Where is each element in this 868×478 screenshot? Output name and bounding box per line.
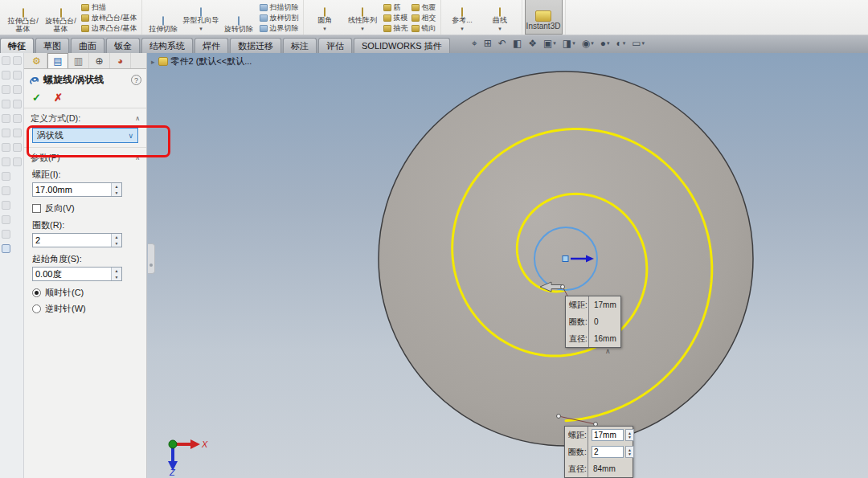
origin-marker[interactable] [563,256,568,262]
left-toolbar-icon[interactable] [2,71,10,80]
feature-manager-tree-tab[interactable]: ⚙ [27,53,47,68]
wrap-button[interactable]: 包覆 [411,2,436,13]
draft-button[interactable]: 拔模 [383,13,408,23]
display-manager-tab[interactable]: ◕ [110,53,131,68]
callout-collapse-icon[interactable]: ∧ [605,347,611,355]
expand-arrow-icon[interactable]: ▸ [151,58,155,66]
cancel-button[interactable]: ✗ [54,92,63,104]
spiral-outer-callout[interactable]: 螺距:▲▼圈数:▲▼直径:84mm [564,426,633,478]
display-style-button[interactable]: ◨▾ [560,38,578,49]
left-toolbar-icon[interactable] [2,85,10,94]
hole-wizard-button[interactable]: 异型孔向导▾ [182,8,220,35]
leader-endpoint[interactable] [561,285,565,289]
instant3d-button[interactable]: Instant3D [525,0,563,35]
dynamic-annotation-views-button[interactable]: ❖ [526,38,539,49]
tab-钣金[interactable]: 钣金 [106,38,140,53]
pitch-spin-up[interactable]: ▲ [112,183,121,190]
annotation-toolbar-icon[interactable] [13,157,22,166]
pitch-input[interactable] [33,183,111,196]
view-settings-button[interactable]: ▭▾ [629,38,647,49]
edit-appearance-button[interactable]: ●▾ [598,38,612,49]
hide-show-items-button[interactable]: ◉▾ [579,38,596,49]
boundary-cut-button[interactable]: 边界切除 [260,23,299,34]
feature-tree-flyout[interactable]: ▸ 零件2 (默认<<默认... [151,55,252,67]
left-toolbar-icon[interactable] [2,215,10,224]
annotation-toolbar-icon[interactable] [13,56,22,65]
curves-button[interactable]: 曲线▾ [481,8,519,35]
start-angle-input[interactable] [33,268,111,280]
left-toolbar-icon[interactable] [2,244,10,253]
left-toolbar-icon[interactable] [2,230,10,239]
previous-view-button[interactable]: ↶ [496,38,509,49]
mirror-button[interactable]: 镜向 [411,23,436,34]
apply-scene-button[interactable]: ◐▾ [613,38,628,49]
section-view-button[interactable]: ◧ [510,38,524,49]
callout-spinner[interactable]: ▲▼ [625,429,634,441]
tab-草图[interactable]: 草图 [35,38,69,53]
left-toolbar-icon[interactable] [2,129,10,137]
left-toolbar-icon[interactable] [2,100,10,108]
dimxpert-manager-tab[interactable]: ⊕ [89,53,110,68]
shell-button[interactable]: 抽壳 [383,23,408,34]
loft-boss-button[interactable]: 放样凸台/基体 [81,13,137,23]
start-angle-spin-up[interactable]: ▲ [112,268,121,274]
revolve-cut-button[interactable]: 旋转切除 [220,17,258,35]
definition-section-header[interactable]: 定义方式(D): ∧ [24,108,146,126]
view-orientation-button[interactable]: ▣▾ [541,38,559,49]
reference-geometry-button[interactable]: 参考...▾ [444,8,481,35]
tab-评估[interactable]: 评估 [318,38,352,53]
revolutions-input[interactable] [33,234,111,247]
rib-button[interactable]: 筋 [383,2,408,13]
tab-标注[interactable]: 标注 [283,38,317,53]
annotation-toolbar-icon[interactable] [13,143,22,152]
callout-value-input[interactable] [592,429,624,441]
reverse-checkbox[interactable]: 反向(V) [24,199,146,216]
left-toolbar-icon[interactable] [2,56,10,65]
panel-splitter-handle[interactable] [148,243,155,274]
boundary-boss-button[interactable]: 边界凸台/基体 [81,23,137,34]
extrude-cut-button[interactable]: 拉伸切除 [145,17,182,35]
annotation-toolbar-icon[interactable] [13,85,22,94]
zoom-to-area-button[interactable]: ⊞ [481,38,494,49]
counterclockwise-radio[interactable]: 逆时针(W) [24,300,146,316]
annotation-toolbar-icon[interactable] [13,100,22,108]
annotation-toolbar-icon[interactable] [13,129,22,137]
loft-cut-button[interactable]: 放样切割 [260,13,299,23]
left-toolbar-icon[interactable] [2,172,10,181]
help-icon[interactable]: ? [131,75,141,85]
start-angle-spin-down[interactable]: ▼ [112,274,121,280]
annotation-toolbar-icon[interactable] [13,114,22,123]
tab-数据迁移[interactable]: 数据迁移 [230,38,281,53]
ok-button[interactable]: ✓ [32,92,41,104]
pitch-spin-down[interactable]: ▼ [112,190,121,196]
annotation-toolbar-icon[interactable] [13,71,22,80]
parameters-section-header[interactable]: 参数(P) ∧ [24,148,146,165]
tab-特征[interactable]: 特征 [0,38,34,53]
zoom-to-fit-button[interactable]: ⌖ [469,38,480,49]
tab-曲面[interactable]: 曲面 [71,38,104,53]
revolutions-spin-down[interactable]: ▼ [112,240,121,247]
sweep-cut-button[interactable]: 扫描切除 [260,2,299,13]
linear-pattern-button[interactable]: 线性阵列▾ [344,8,382,35]
model-canvas[interactable] [147,53,867,478]
callout-value-input[interactable] [592,446,624,458]
intersect-button[interactable]: 相交 [411,13,436,23]
definition-type-dropdown[interactable]: 涡状线 ∨ [32,128,138,143]
property-manager-tab[interactable]: ▤ [47,53,68,68]
callout-spinner[interactable]: ▲▼ [625,446,634,458]
revolve-boss-button[interactable]: 旋转凸台/基体 [42,9,80,35]
tab-SOLIDWORKS 插件[interactable]: SOLIDWORKS 插件 [354,38,450,53]
left-toolbar-icon[interactable] [2,201,10,210]
revolutions-spin-up[interactable]: ▲ [112,234,121,240]
left-toolbar-icon[interactable] [2,157,10,166]
tab-结构系统[interactable]: 结构系统 [141,38,193,53]
left-toolbar-icon[interactable] [2,114,10,123]
fillet-button[interactable]: 圆角▾ [306,8,344,35]
sweep-button[interactable]: 扫描 [81,2,137,13]
configuration-manager-tab[interactable]: ▥ [68,53,89,68]
left-toolbar-icon[interactable] [2,143,10,152]
tab-焊件[interactable]: 焊件 [194,38,228,53]
left-toolbar-icon[interactable] [2,186,10,195]
clockwise-radio[interactable]: 顺时针(C) [24,284,146,300]
extrude-boss-button[interactable]: 拉伸凸台/基体 [4,9,42,35]
